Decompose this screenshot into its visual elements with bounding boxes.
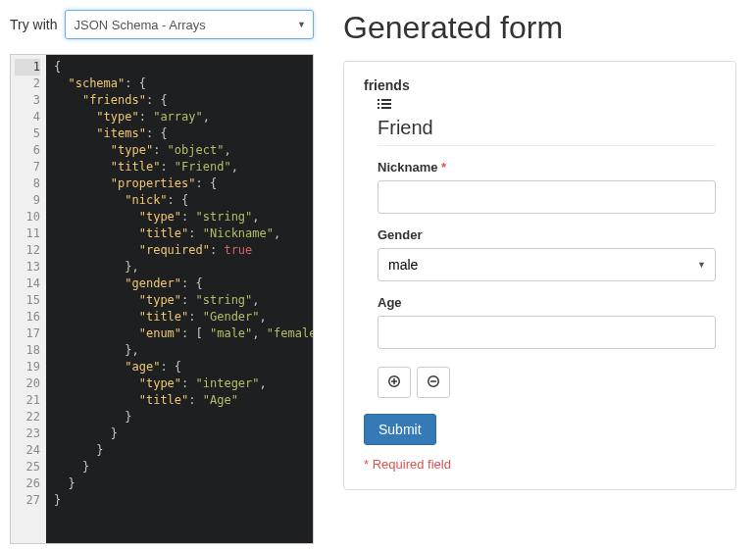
submit-button[interactable]: Submit	[364, 414, 436, 445]
svg-rect-0	[378, 99, 379, 101]
gender-label: Gender	[378, 227, 716, 242]
required-field-note: * Required field	[364, 457, 716, 472]
friend-item: Friend Nickname * Gender male Age	[378, 117, 716, 349]
friend-title: Friend	[378, 117, 716, 146]
svg-rect-4	[378, 107, 379, 109]
friends-array-label: friends	[364, 77, 716, 93]
svg-rect-2	[378, 103, 379, 105]
nickname-label: Nickname *	[378, 160, 716, 175]
gender-select[interactable]: male	[378, 248, 716, 281]
form-panel: friends Friend Nickname * Gender male	[343, 61, 736, 490]
editor-code[interactable]: { "schema": { "friends": { "type": "arra…	[46, 55, 313, 543]
age-label: Age	[378, 295, 716, 310]
editor-gutter: 1234567891011121314151617181920212223242…	[11, 55, 46, 543]
page-title: Generated form	[343, 10, 736, 46]
nickname-input[interactable]	[378, 180, 716, 214]
age-input[interactable]	[378, 316, 716, 349]
svg-rect-3	[381, 103, 391, 105]
svg-rect-1	[381, 99, 391, 101]
json-editor[interactable]: 1234567891011121314151617181920212223242…	[10, 54, 314, 544]
plus-circle-icon	[388, 375, 400, 390]
add-item-button[interactable]	[378, 367, 411, 398]
svg-rect-5	[381, 107, 391, 109]
minus-circle-icon	[428, 375, 439, 390]
required-star: *	[441, 160, 446, 175]
svg-rect-10	[430, 380, 436, 382]
trywith-label: Try with	[10, 17, 57, 32]
trywith-select[interactable]: JSON Schema - Arrays	[65, 10, 314, 39]
remove-item-button[interactable]	[417, 367, 450, 398]
list-icon	[378, 97, 716, 113]
svg-rect-8	[391, 380, 397, 382]
